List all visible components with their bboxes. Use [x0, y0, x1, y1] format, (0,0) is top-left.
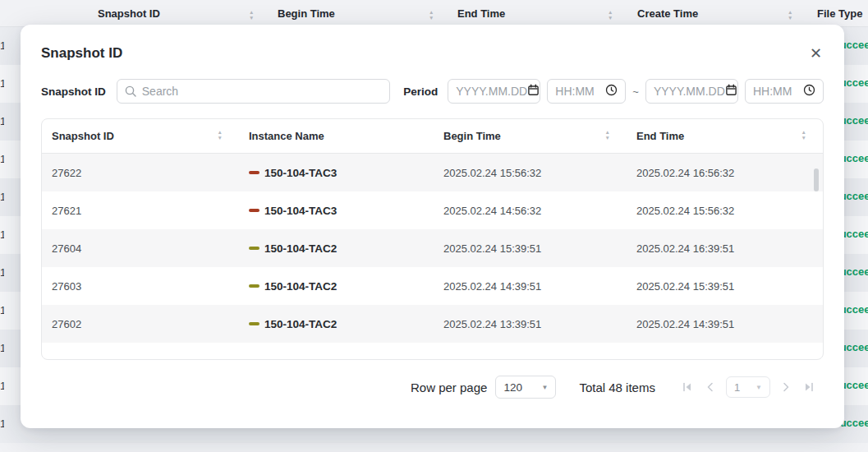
snapshot-page: Snapshot ID ▲▼ Begin Time ▲▼ End Time ▲▼… [0, 0, 868, 452]
truncated-cell-text: 1 [0, 77, 4, 90]
truncated-cell-text: 1 [0, 417, 4, 430]
instance-name-cell: 150-104-TAC2 [239, 280, 434, 293]
background-table-header: Snapshot ID ▲▼ Begin Time ▲▼ End Time ▲▼… [0, 0, 868, 27]
snapshot-id-dialog: Snapshot ID ✕ Snapshot ID Period YYYY.MM… [21, 25, 844, 428]
truncated-cell-text: 1 [0, 342, 4, 354]
end-time-input[interactable]: HH:MM [745, 79, 824, 104]
end-time-cell: 2025.02.24 15:39:51 [627, 280, 823, 293]
start-time-input[interactable]: HH:MM [547, 79, 626, 104]
truncated-cell-text: 1 [0, 228, 4, 241]
sort-icon[interactable]: ▲▼ [608, 10, 613, 21]
rows-per-page-select[interactable]: 120 ▼ [495, 376, 556, 399]
calendar-icon [527, 84, 540, 99]
previous-page-button[interactable] [703, 380, 718, 394]
end-date-input[interactable]: YYYY.MM.DD [645, 79, 738, 104]
truncated-cell-text: 1 [0, 153, 4, 165]
truncated-cell-text: 1 [0, 115, 4, 127]
start-date-input[interactable]: YYYY.MM.DD [448, 79, 540, 104]
snapshot-id-cell: 27621 [42, 205, 239, 217]
truncated-cell-text: 1 [0, 191, 4, 203]
clock-icon [803, 84, 815, 99]
instance-color-icon [249, 209, 259, 212]
truncated-cell-text: 1 [0, 380, 4, 392]
rows-per-page-label: Row per page [411, 381, 487, 394]
begin-time-cell: 2025.02.24 13:39:51 [434, 318, 627, 330]
begin-time-cell: 2025.02.24 15:39:51 [434, 242, 627, 255]
chevron-down-icon: ▼ [541, 384, 548, 391]
sort-icon: ▲▼ [801, 130, 806, 141]
bg-column-create-time[interactable]: Create Time [637, 7, 698, 20]
end-time-cell: 2025.02.24 14:39:51 [627, 318, 823, 330]
page-number-select[interactable]: 1 ▼ [726, 376, 770, 398]
bg-column-begin-time[interactable]: Begin Time [278, 7, 335, 20]
search-box [117, 79, 391, 104]
snapshot-id-cell: 27603 [42, 280, 239, 293]
truncated-cell-text: 1 [0, 39, 4, 52]
clock-icon [605, 84, 618, 99]
first-page-button[interactable] [680, 380, 695, 394]
truncated-cell-text: 1 [0, 304, 4, 316]
instance-name-cell: 150-104-TAC2 [239, 242, 434, 255]
truncated-cell-text: 1 [0, 266, 4, 279]
last-page-button[interactable] [801, 380, 816, 394]
bg-column-file-type[interactable]: File Type [817, 7, 862, 20]
chevron-down-icon: ▼ [755, 384, 762, 391]
sort-icon[interactable]: ▲▼ [249, 10, 254, 21]
end-time-cell: 2025.02.24 16:39:51 [627, 242, 823, 255]
period-label: Period [403, 85, 438, 98]
calendar-icon [725, 84, 737, 99]
instance-color-icon [249, 171, 259, 174]
end-time-cell: 2025.02.24 15:56:32 [627, 205, 823, 217]
pagination: 1 ▼ [680, 376, 816, 398]
snapshot-id-cell: 27604 [42, 242, 239, 255]
total-items-label: Total 48 items [579, 381, 655, 394]
snapshot-id-cell: 27602 [42, 318, 239, 330]
sort-icon[interactable]: ▲▼ [429, 10, 434, 21]
sort-icon: ▲▼ [605, 130, 610, 141]
instance-name-cell: 150-104-TAC3 [239, 167, 434, 179]
close-button[interactable]: ✕ [808, 44, 824, 62]
range-separator: ~ [632, 85, 639, 98]
column-header-instance-name[interactable]: Instance Name [239, 119, 434, 153]
begin-time-cell: 2025.02.24 15:56:32 [434, 167, 627, 179]
instance-color-icon [249, 247, 259, 250]
column-header-snapshot-id[interactable]: Snapshot ID ▲▼ [42, 119, 239, 153]
scrollbar-thumb[interactable] [814, 168, 819, 191]
end-time-cell: 2025.02.24 16:56:32 [627, 167, 823, 179]
sort-icon: ▲▼ [218, 130, 223, 141]
table-row[interactable]: 27602 150-104-TAC2 2025.02.24 13:39:51 2… [42, 305, 823, 343]
snapshot-table-body: 27622 150-104-TAC3 2025.02.24 15:56:32 2… [42, 154, 823, 359]
search-icon [124, 85, 137, 101]
next-page-button[interactable] [778, 380, 793, 394]
dialog-title: Snapshot ID [41, 45, 122, 62]
column-header-end-time[interactable]: End Time ▲▼ [627, 119, 823, 153]
instance-color-icon [249, 322, 259, 325]
table-row[interactable]: 27604 150-104-TAC2 2025.02.24 15:39:51 2… [42, 229, 823, 267]
search-field-label: Snapshot ID [41, 85, 106, 98]
table-row[interactable]: 27621 150-104-TAC3 2025.02.24 14:56:32 2… [42, 191, 823, 229]
snapshot-id-cell: 27622 [42, 167, 239, 179]
search-input[interactable] [117, 79, 391, 104]
instance-name-cell: 150-104-TAC3 [239, 205, 434, 217]
begin-time-cell: 2025.02.24 14:39:51 [434, 280, 627, 293]
table-row[interactable]: 27622 150-104-TAC3 2025.02.24 15:56:32 2… [42, 154, 823, 191]
snapshot-table: Snapshot ID ▲▼ Instance Name Begin Time … [41, 118, 824, 360]
bg-column-snapshot-id[interactable]: Snapshot ID [98, 7, 160, 20]
column-header-begin-time[interactable]: Begin Time ▲▼ [434, 119, 627, 153]
instance-name-cell: 150-104-TAC2 [239, 318, 434, 330]
sort-icon[interactable]: ▲▼ [788, 10, 792, 21]
bg-column-end-time[interactable]: End Time [457, 7, 505, 20]
table-row[interactable]: 27603 150-104-TAC2 2025.02.24 14:39:51 2… [42, 267, 823, 305]
begin-time-cell: 2025.02.24 14:56:32 [434, 205, 627, 217]
instance-color-icon [249, 284, 259, 288]
